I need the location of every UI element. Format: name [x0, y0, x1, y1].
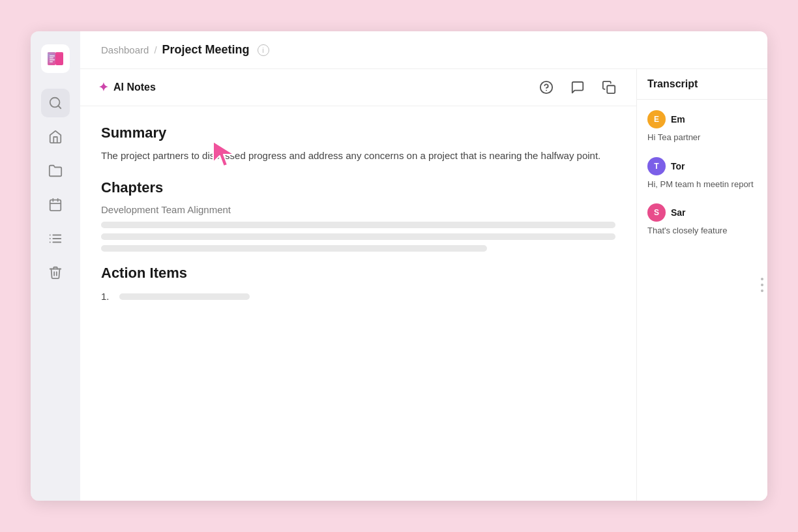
scroll-dot-2 [761, 284, 763, 286]
breadcrumb-current: Project Meeting [162, 43, 250, 57]
app-logo[interactable] [41, 44, 70, 73]
svg-rect-8 [50, 61, 53, 63]
message-text-3: That's closely feature [647, 224, 757, 237]
app-wrapper: Dashboard / Project Meeting i ✦ AI Notes [31, 31, 767, 501]
avatar-s: S [647, 203, 666, 222]
chat-icon[interactable] [569, 78, 587, 96]
chapter-title: Development Team Alignment [101, 204, 615, 215]
ai-notes-content[interactable]: Summary The project partners to discusse… [80, 106, 636, 501]
svg-line-10 [58, 106, 61, 108]
svg-rect-4 [48, 52, 63, 54]
breadcrumb-separator: / [154, 44, 156, 55]
ai-notes-header: ✦ AI Notes [80, 69, 636, 106]
ai-notes-actions [537, 78, 618, 96]
sidebar-item-tasks[interactable] [41, 224, 70, 253]
info-icon-label: i [262, 46, 263, 54]
action-items-heading: Action Items [101, 265, 615, 282]
sidebar-item-search[interactable] [41, 89, 70, 117]
sidebar-item-folder[interactable] [41, 156, 70, 185]
transcript-content[interactable]: E Em Hi Tea partner T Tor Hi, PM team h … [637, 100, 767, 501]
action-item-skeleton [119, 293, 250, 300]
scroll-indicator [761, 278, 763, 292]
avatar-e: E [647, 110, 666, 128]
chapters-heading: Chapters [101, 179, 615, 196]
svg-rect-7 [50, 59, 55, 61]
transcript-message-1: E Em Hi Tea partner [647, 110, 757, 144]
transcript-header: Transcript [637, 69, 767, 100]
transcript-message-2: T Tor Hi, PM team h meetin report [647, 157, 757, 191]
sparkle-icon: ✦ [98, 80, 108, 95]
action-item-1: 1. [101, 291, 615, 302]
transcript-panel: Transcript E Em Hi Tea partner T [637, 69, 767, 501]
message-author-2: T Tor [647, 157, 757, 175]
copy-icon[interactable] [600, 78, 618, 96]
breadcrumb-dashboard: Dashboard [101, 44, 149, 55]
page-header: Dashboard / Project Meeting i [80, 31, 767, 69]
skeleton-line-3 [101, 245, 487, 252]
scroll-dot-3 [761, 289, 763, 292]
author-name-s: Sar [671, 207, 686, 218]
svg-rect-11 [50, 200, 61, 211]
ai-notes-title: ✦ AI Notes [98, 80, 156, 95]
action-item-number: 1. [101, 291, 114, 302]
message-text-1: Hi Tea partner [647, 131, 757, 144]
message-author-3: S Sar [647, 203, 757, 222]
sidebar-item-trash[interactable] [41, 258, 70, 287]
transcript-message-3: S Sar That's closely feature [647, 203, 757, 237]
summary-heading: Summary [101, 125, 615, 141]
sidebar-item-calendar[interactable] [41, 190, 70, 219]
summary-text: The project partners to discussed progre… [101, 148, 615, 164]
svg-rect-23 [607, 85, 615, 93]
main-content: Dashboard / Project Meeting i ✦ AI Notes [80, 31, 767, 501]
message-text-2: Hi, PM team h meetin report [647, 178, 757, 191]
avatar-t: T [647, 157, 666, 175]
sidebar-item-home[interactable] [41, 123, 70, 151]
ai-notes-label: AI Notes [113, 81, 156, 93]
help-icon[interactable] [537, 78, 555, 96]
info-icon[interactable]: i [258, 44, 269, 56]
author-name-e: Em [671, 114, 685, 125]
message-author-1: E Em [647, 110, 757, 128]
skeleton-line-2 [101, 233, 615, 240]
content-body: ✦ AI Notes [80, 69, 767, 501]
sidebar [31, 31, 80, 501]
skeleton-line-1 [101, 222, 615, 228]
svg-rect-6 [50, 57, 53, 59]
svg-rect-5 [50, 55, 55, 57]
ai-notes-panel: ✦ AI Notes [80, 69, 637, 501]
author-name-t: Tor [671, 161, 685, 171]
scroll-dot-1 [761, 278, 763, 280]
